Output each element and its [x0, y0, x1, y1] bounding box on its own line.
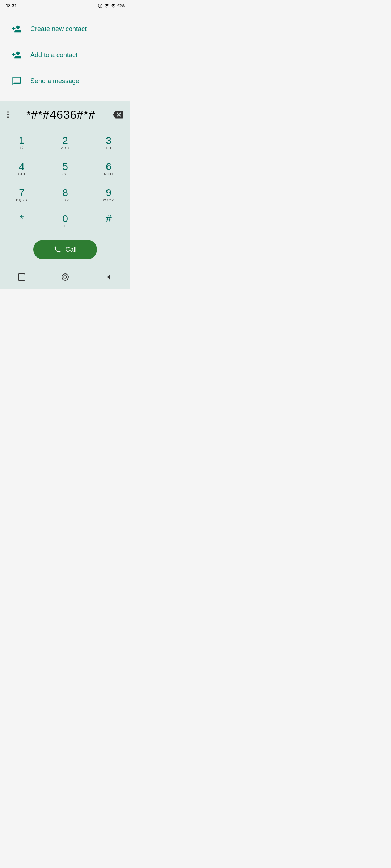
call-label: Call — [65, 246, 76, 254]
key-8[interactable]: 8 TUV — [43, 182, 87, 208]
add-to-contact-label: Add to a contact — [30, 51, 77, 59]
circle-icon — [61, 273, 70, 281]
send-message-label: Send a message — [30, 77, 79, 85]
status-bar: 18:31 92% — [0, 0, 130, 10]
signal-icon — [104, 3, 109, 8]
call-button[interactable]: Call — [33, 240, 97, 259]
key-1[interactable]: 1 ⁰⁰ — [0, 130, 43, 156]
nav-square-button[interactable] — [14, 269, 30, 285]
dialpad-header: *#*#4636#*# — [0, 101, 130, 128]
more-options-button[interactable] — [4, 109, 12, 121]
key-hash[interactable]: # — [87, 208, 130, 234]
backspace-button[interactable] — [110, 107, 126, 123]
key-star[interactable]: * — [0, 208, 43, 234]
svg-marker-3 — [107, 274, 110, 280]
add-to-contact-item[interactable]: Add to a contact — [7, 42, 123, 68]
menu-section: Create new contact Add to a contact Send… — [0, 10, 130, 100]
svg-point-1 — [62, 274, 68, 280]
triangle-back-icon — [104, 273, 113, 281]
status-icons: 92% — [98, 3, 125, 8]
keypad-grid: 1 ⁰⁰ 2 ABC 3 DEF 4 GHI 5 JKL 6 MNO 7 PQR… — [0, 128, 130, 235]
person-add-icon-add — [10, 48, 23, 61]
bottom-nav — [0, 265, 130, 289]
key-7[interactable]: 7 PQRS — [0, 182, 43, 208]
message-icon — [10, 75, 23, 88]
send-message-item[interactable]: Send a message — [7, 68, 123, 94]
square-icon — [17, 273, 26, 281]
phone-icon — [54, 246, 62, 254]
status-time: 18:31 — [6, 3, 17, 8]
key-5[interactable]: 5 JKL — [43, 156, 87, 182]
dial-display: *#*#4636#*# — [12, 108, 110, 122]
wifi-icon — [111, 3, 116, 8]
dialpad-section: *#*#4636#*# 1 ⁰⁰ 2 ABC 3 DEF 4 GHI 5 JKL — [0, 101, 130, 289]
battery-level: 92% — [117, 4, 125, 8]
svg-point-2 — [64, 276, 67, 278]
key-4[interactable]: 4 GHI — [0, 156, 43, 182]
key-2[interactable]: 2 ABC — [43, 130, 87, 156]
create-new-contact-item[interactable]: Create new contact — [7, 16, 123, 42]
key-9[interactable]: 9 WXYZ — [87, 182, 130, 208]
person-add-icon-create — [10, 22, 23, 35]
svg-rect-0 — [18, 274, 25, 280]
nav-home-button[interactable] — [57, 269, 73, 285]
key-3[interactable]: 3 DEF — [87, 130, 130, 156]
alarm-icon — [98, 3, 103, 8]
create-new-contact-label: Create new contact — [30, 25, 87, 33]
call-button-row: Call — [0, 235, 130, 265]
key-6[interactable]: 6 MNO — [87, 156, 130, 182]
nav-back-button[interactable] — [101, 269, 117, 285]
key-0[interactable]: 0 + — [43, 208, 87, 234]
